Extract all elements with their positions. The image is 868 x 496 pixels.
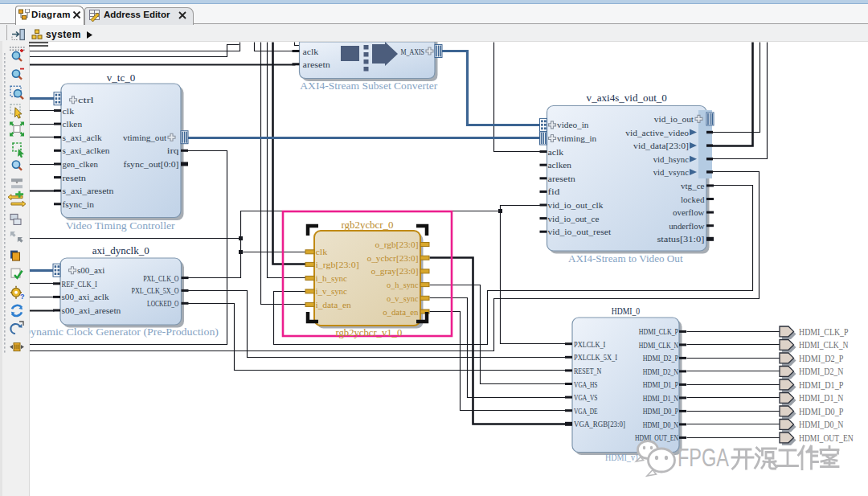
svg-text:i_v_sync: i_v_sync — [316, 286, 348, 296]
svg-text:s00_axi: s00_axi — [77, 265, 104, 275]
svg-text:RESET_N: RESET_N — [574, 366, 601, 375]
svg-text:HDMI_CLK_P: HDMI_CLK_P — [799, 326, 849, 338]
svg-text:aclken: aclken — [548, 160, 572, 170]
svg-text:underflow: underflow — [669, 221, 704, 231]
svg-text:HDMI_D1_P: HDMI_D1_P — [799, 379, 844, 391]
svg-text:HDMI_v1: HDMI_v1 — [605, 452, 639, 463]
svg-text:fsync_in: fsync_in — [63, 199, 95, 209]
svg-text:vid_io_out_clk: vid_io_out_clk — [548, 200, 604, 210]
svg-text:HDMI_D2_N: HDMI_D2_N — [643, 367, 678, 376]
svg-text:aclk: aclk — [303, 47, 319, 56]
svg-text:HDMI_D2_P: HDMI_D2_P — [643, 353, 678, 363]
svg-text:ctrl: ctrl — [78, 95, 94, 105]
svg-text:i_rgb[23:0]: i_rgb[23:0] — [316, 260, 359, 269]
svg-text:VGA_DE: VGA_DE — [574, 406, 598, 416]
svg-text:PXLCLK_I: PXLCLK_I — [574, 339, 606, 349]
svg-text:PXL_CLK_5X_O: PXL_CLK_5X_O — [132, 285, 179, 295]
svg-text:aresetn: aresetn — [548, 174, 576, 183]
svg-text:HDMI_CLK_P: HDMI_CLK_P — [639, 326, 678, 336]
svg-text:rgb2ycbcr_v1_0: rgb2ycbcr_v1_0 — [336, 327, 403, 338]
svg-text:HDMI_0: HDMI_0 — [612, 305, 640, 317]
svg-text:HDMI_D0_P: HDMI_D0_P — [643, 406, 678, 416]
svg-text:?: ? — [20, 293, 25, 301]
svg-text:vtiming_in: vtiming_in — [557, 133, 597, 143]
svg-text:vtiming_out: vtiming_out — [123, 133, 166, 142]
svg-text:HDMI_D0_N: HDMI_D0_N — [643, 420, 678, 429]
svg-text:vtg_ce: vtg_ce — [681, 181, 705, 191]
svg-text:HDMI_D2_P: HDMI_D2_P — [799, 353, 844, 364]
svg-text:o_data_en: o_data_en — [383, 307, 419, 317]
svg-text:HDMI_D1_N: HDMI_D1_N — [799, 392, 844, 404]
svg-text:gen_clken: gen_clken — [63, 159, 99, 169]
svg-text:HDMI_OUT_EN: HDMI_OUT_EN — [799, 432, 854, 444]
svg-text:VGA_HS: VGA_HS — [574, 379, 598, 389]
svg-text:locked: locked — [681, 195, 705, 204]
svg-text:LOCKED_O: LOCKED_O — [147, 298, 178, 308]
svg-text:rgb2ycbcr_0: rgb2ycbcr_0 — [342, 219, 394, 231]
svg-text:VGA_VS: VGA_VS — [574, 392, 598, 402]
svg-text:vid_io_out_reset: vid_io_out_reset — [548, 227, 612, 236]
svg-text:vid_active_video: vid_active_video — [625, 128, 689, 137]
svg-text:fsync_out[0:0]: fsync_out[0:0] — [124, 159, 179, 169]
svg-text:clk: clk — [63, 106, 75, 116]
svg-text:FPGA: FPGA — [678, 444, 729, 472]
svg-text:PXL_CLK_O: PXL_CLK_O — [143, 273, 178, 283]
svg-text:fid: fid — [548, 187, 560, 196]
svg-text:resetn: resetn — [63, 173, 87, 182]
svg-text:s00_axi_aresetn: s00_axi_aresetn — [62, 305, 121, 315]
svg-text:vid_vsync: vid_vsync — [653, 167, 689, 177]
svg-text:o_h_sync: o_h_sync — [387, 280, 419, 289]
svg-text:VGA_RGB[23:0]: VGA_RGB[23:0] — [574, 419, 625, 428]
svg-text:AXI4-Stream to Video Out: AXI4-Stream to Video Out — [568, 253, 683, 264]
svg-text:irq: irq — [167, 146, 179, 155]
svg-text:i_data_en: i_data_en — [316, 300, 352, 309]
svg-text:PXLCLK_5X_I: PXLCLK_5X_I — [574, 352, 617, 362]
svg-text:HDMI_CLK_N: HDMI_CLK_N — [799, 339, 849, 350]
svg-text:o_rgb[23:0]: o_rgb[23:0] — [375, 240, 418, 249]
svg-text:HDMI_D2_N: HDMI_D2_N — [799, 366, 844, 377]
svg-text:HDMI_OUT_EN: HDMI_OUT_EN — [635, 432, 678, 442]
svg-text:o_v_sync: o_v_sync — [387, 293, 419, 303]
svg-text:o_gray[23:0]: o_gray[23:0] — [371, 266, 419, 276]
svg-text:overflow: overflow — [673, 207, 704, 217]
svg-text:v_axi4s_vid_out_0: v_axi4s_vid_out_0 — [587, 92, 667, 104]
svg-text:HDMI_D1_N: HDMI_D1_N — [643, 393, 678, 403]
svg-text:clken: clken — [63, 119, 83, 129]
svg-text:clk: clk — [316, 247, 328, 256]
svg-text:status[31:0]: status[31:0] — [657, 234, 705, 244]
svg-text:vid_io_out: vid_io_out — [654, 114, 694, 124]
svg-text:vid_hsync: vid_hsync — [653, 154, 689, 164]
svg-text:i_h_sync: i_h_sync — [316, 273, 348, 283]
svg-text:aclk: aclk — [548, 147, 564, 157]
svg-text:v_tc_0: v_tc_0 — [107, 72, 135, 84]
svg-text:o_ycbcr[23:0]: o_ycbcr[23:0] — [367, 253, 419, 263]
svg-text:axi_dynclk_0: axi_dynclk_0 — [92, 245, 149, 256]
svg-text:video_in: video_in — [557, 120, 589, 129]
svg-text:Video Timing Controller: Video Timing Controller — [66, 220, 176, 232]
svg-text:vid_io_out_ce: vid_io_out_ce — [548, 214, 600, 223]
svg-text:s00_axi_aclk: s00_axi_aclk — [62, 292, 110, 301]
svg-text:AXI4-Stream Subset Converter: AXI4-Stream Subset Converter — [300, 80, 438, 92]
svg-text:s_axi_aclken: s_axi_aclken — [63, 146, 110, 155]
svg-text:vid_data[23:0]: vid_data[23:0] — [633, 141, 689, 150]
svg-text:s_axi_aresetn: s_axi_aresetn — [63, 186, 115, 195]
svg-text:M_AXIS: M_AXIS — [401, 47, 425, 56]
svg-text:HDMI_CLK_N: HDMI_CLK_N — [639, 340, 678, 350]
svg-text:Dynamic Clock Generator (Pre-P: Dynamic Clock Generator (Pre-Production) — [23, 326, 219, 338]
svg-text:aresetn: aresetn — [303, 59, 331, 69]
svg-text:s_axi_aclk: s_axi_aclk — [63, 133, 103, 142]
svg-text:HDMI_D1_P: HDMI_D1_P — [643, 379, 678, 389]
svg-text:HDMI_D0_N: HDMI_D0_N — [799, 419, 844, 430]
svg-text:REF_CLK_I: REF_CLK_I — [62, 279, 98, 289]
svg-text:HDMI_D0_P: HDMI_D0_P — [799, 406, 844, 417]
